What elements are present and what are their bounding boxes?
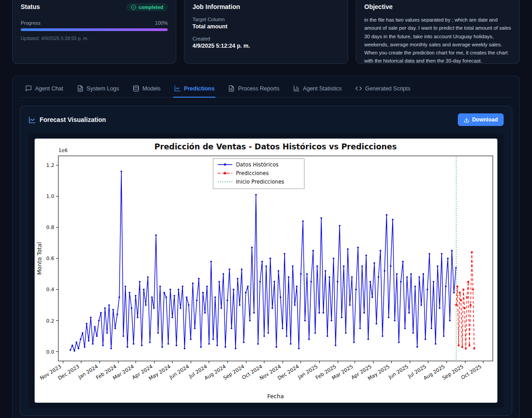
database-icon xyxy=(133,85,139,92)
forecast-chart: Predicción de Ventas - Datos Históricos … xyxy=(35,139,497,403)
svg-text:Datos Históricos: Datos Históricos xyxy=(236,162,279,168)
status-badge: completed xyxy=(126,3,168,11)
code-icon xyxy=(355,85,362,92)
progress-bar xyxy=(21,28,168,31)
status-badge-label: completed xyxy=(139,4,163,10)
chart-shell: Predicción de Ventas - Datos Históricos … xyxy=(28,133,504,408)
summary-cards: Status completed Progress 100% Updated: … xyxy=(12,0,520,64)
svg-text:Oct 2025: Oct 2025 xyxy=(460,364,483,381)
tab-generated-scripts[interactable]: Generated Scripts xyxy=(354,81,411,98)
target-column-value: Total amount xyxy=(192,23,340,30)
download-button-label: Download xyxy=(472,117,498,123)
progress-label: Progress xyxy=(21,20,40,26)
svg-text:Jun 2025: Jun 2025 xyxy=(387,364,409,381)
tab-agent-statistics[interactable]: Agent Statistics xyxy=(292,81,343,98)
file-text-icon xyxy=(228,85,235,92)
forecast-card-title: Forecast Visualization xyxy=(40,116,106,123)
tab-label: Models xyxy=(143,85,161,92)
svg-text:Jun 2024: Jun 2024 xyxy=(168,364,190,381)
svg-text:Inicio Predicciones: Inicio Predicciones xyxy=(236,179,284,185)
svg-text:Sep 2024: Sep 2024 xyxy=(222,364,246,381)
progress-bar-fill xyxy=(21,28,168,31)
svg-text:0.4: 0.4 xyxy=(46,287,54,292)
svg-text:Sep 2025: Sep 2025 xyxy=(441,364,465,381)
tabs: Agent ChatSystem LogsModelsPredictionsPr… xyxy=(20,81,512,98)
tab-label: Agent Statistics xyxy=(303,85,342,92)
svg-text:Predicción de Ventas - Datos H: Predicción de Ventas - Datos Históricos … xyxy=(154,142,397,151)
svg-text:1.0: 1.0 xyxy=(46,193,54,199)
svg-text:0.0: 0.0 xyxy=(46,349,54,355)
check-circle-icon xyxy=(131,4,136,10)
page: Status completed Progress 100% Updated: … xyxy=(0,0,532,418)
tab-label: System Logs xyxy=(87,85,119,92)
tab-label: Process Reports xyxy=(238,85,279,92)
svg-text:1.2: 1.2 xyxy=(46,162,54,168)
tab-models[interactable]: Models xyxy=(132,81,161,98)
status-card: Status completed Progress 100% Updated: … xyxy=(12,0,176,64)
svg-text:Monto Total: Monto Total xyxy=(36,242,43,275)
status-card-title: Status xyxy=(21,3,40,10)
svg-text:Predicciones: Predicciones xyxy=(236,170,269,176)
tab-process-reports[interactable]: Process Reports xyxy=(227,81,280,98)
tab-system-logs[interactable]: System Logs xyxy=(76,81,120,98)
tab-label: Predictions xyxy=(184,85,215,92)
target-column-label: Target Column xyxy=(192,17,340,22)
tab-label: Agent Chat xyxy=(35,85,63,92)
main-panel: Agent ChatSystem LogsModelsPredictionsPr… xyxy=(12,76,520,418)
svg-text:0.8: 0.8 xyxy=(46,225,54,230)
tab-label: Generated Scripts xyxy=(365,85,411,92)
created-value: 4/9/2025 5:12:24 p. m. xyxy=(192,43,340,49)
created-label: Created xyxy=(192,36,340,41)
svg-text:Fecha: Fecha xyxy=(267,393,284,400)
forecast-chart-svg: Predicción de Ventas - Datos Históricos … xyxy=(35,139,497,403)
progress-value: 100% xyxy=(155,20,168,26)
svg-text:0.2: 0.2 xyxy=(46,318,54,324)
tab-agent-chat[interactable]: Agent Chat xyxy=(24,81,64,98)
forecast-card: Forecast Visualization Download Predicci… xyxy=(20,106,512,416)
objective-card: Objective in the file has two values sep… xyxy=(356,0,520,64)
download-button[interactable]: Download xyxy=(458,113,504,126)
bar-chart-icon xyxy=(293,85,300,92)
job-card-title: Job Information xyxy=(192,3,340,10)
download-icon xyxy=(464,117,469,123)
chart-line-icon xyxy=(174,85,181,92)
chat-icon xyxy=(25,85,32,92)
svg-text:0.6: 0.6 xyxy=(46,256,54,261)
chart-line-icon xyxy=(28,116,36,124)
updated-timestamp: Updated: 4/9/2025 5:38:55 p. m. xyxy=(21,36,168,41)
objective-card-title: Objective xyxy=(364,3,511,10)
objective-text: in the file has two values separated by … xyxy=(364,16,511,65)
job-information-card: Job Information Target Column Total amou… xyxy=(184,0,348,64)
svg-text:1e6: 1e6 xyxy=(58,148,68,153)
tab-predictions[interactable]: Predictions xyxy=(173,81,215,98)
file-text-icon xyxy=(77,85,84,92)
